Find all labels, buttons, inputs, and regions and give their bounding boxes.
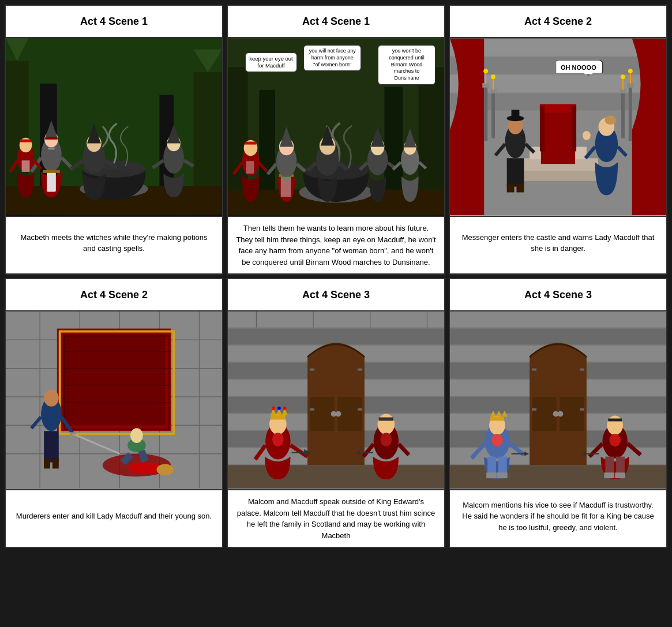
scene-image-r2c2 bbox=[228, 311, 444, 490]
cell-caption-r2c1: Murderers enter and kill Lady Macduff an… bbox=[6, 490, 222, 542]
svg-point-156 bbox=[157, 464, 174, 475]
svg-rect-134 bbox=[63, 334, 166, 425]
svg-point-190 bbox=[283, 407, 287, 410]
svg-point-121 bbox=[583, 131, 591, 140]
cell-r1c2: Act 4 Scene 1 bbox=[227, 5, 445, 275]
svg-point-98 bbox=[491, 74, 495, 79]
svg-rect-174 bbox=[337, 397, 361, 431]
cell-caption-r2c2: Malcom and Macduff speak outside of King… bbox=[228, 490, 444, 547]
cell-r2c3: Act 4 Scene 3 bbox=[449, 278, 667, 548]
svg-point-106 bbox=[621, 74, 625, 79]
svg-rect-97 bbox=[493, 78, 494, 90]
svg-rect-101 bbox=[630, 73, 631, 84]
svg-rect-221 bbox=[532, 408, 536, 411]
svg-point-152 bbox=[130, 428, 143, 443]
svg-rect-181 bbox=[228, 465, 444, 487]
speech-bubble-3: you won't be conquered until Birnam Wood… bbox=[378, 45, 436, 84]
speech-bubble-1: keep your eye out for Macduff bbox=[245, 52, 297, 73]
svg-rect-93 bbox=[485, 73, 486, 84]
scene-image-r1c3: OH NOOOO bbox=[450, 38, 666, 217]
svg-point-94 bbox=[483, 69, 488, 73]
svg-rect-113 bbox=[507, 158, 524, 186]
svg-rect-38 bbox=[22, 160, 30, 172]
scene-image-r2c1 bbox=[6, 311, 222, 490]
svg-rect-103 bbox=[621, 90, 625, 138]
svg-rect-224 bbox=[450, 465, 666, 487]
cell-title-r1c3: Act 4 Scene 2 bbox=[450, 6, 666, 38]
cell-title-r2c3: Act 4 Scene 3 bbox=[450, 279, 666, 311]
svg-rect-58 bbox=[281, 177, 291, 197]
svg-rect-22 bbox=[46, 137, 57, 140]
svg-rect-149 bbox=[44, 459, 50, 469]
svg-rect-216 bbox=[532, 397, 556, 431]
cell-r1c1: Act 4 Scene 1 bbox=[5, 5, 223, 275]
svg-rect-87 bbox=[541, 107, 575, 164]
cell-r1c3: Act 4 Scene 2 bbox=[449, 5, 667, 275]
svg-rect-178 bbox=[310, 408, 314, 411]
svg-rect-184 bbox=[271, 415, 286, 420]
svg-point-118 bbox=[605, 115, 616, 125]
svg-rect-99 bbox=[629, 84, 632, 141]
svg-rect-91 bbox=[484, 84, 487, 141]
svg-rect-89 bbox=[540, 106, 545, 151]
cell-title-r2c2: Act 4 Scene 3 bbox=[228, 279, 444, 311]
svg-rect-177 bbox=[310, 369, 314, 371]
svg-rect-227 bbox=[490, 417, 504, 421]
svg-rect-197 bbox=[379, 418, 394, 421]
scene-image-r1c1 bbox=[6, 38, 222, 217]
scene-image-r2c3 bbox=[450, 311, 666, 490]
svg-rect-159 bbox=[228, 329, 444, 345]
scene-image-r1c2: keep your eye out for Macduff you will n… bbox=[228, 38, 444, 217]
cell-title-r1c2: Act 4 Scene 1 bbox=[228, 6, 444, 38]
svg-rect-56 bbox=[246, 161, 254, 174]
svg-point-143 bbox=[44, 389, 59, 407]
svg-rect-173 bbox=[310, 397, 334, 431]
svg-rect-237 bbox=[497, 472, 508, 478]
storyboard-grid: Act 4 Scene 1 bbox=[5, 5, 667, 548]
cell-caption-r1c1: Macbeth meets the witches while they're … bbox=[6, 217, 222, 269]
svg-rect-246 bbox=[604, 472, 614, 478]
svg-rect-90 bbox=[572, 106, 576, 151]
svg-rect-180 bbox=[358, 408, 362, 411]
svg-point-176 bbox=[336, 411, 341, 417]
svg-rect-114 bbox=[507, 184, 515, 193]
svg-rect-223 bbox=[580, 408, 584, 411]
svg-point-188 bbox=[272, 407, 275, 410]
cell-caption-r1c3: Messenger enters the castle and warns La… bbox=[450, 217, 666, 269]
svg-rect-217 bbox=[560, 397, 583, 431]
svg-rect-148 bbox=[44, 431, 59, 462]
svg-rect-222 bbox=[580, 369, 584, 371]
cell-title-r1c1: Act 4 Scene 1 bbox=[6, 6, 222, 38]
svg-point-233 bbox=[491, 434, 503, 446]
svg-point-200 bbox=[380, 433, 392, 446]
svg-rect-105 bbox=[622, 78, 624, 90]
svg-rect-20 bbox=[47, 172, 56, 192]
svg-point-189 bbox=[277, 407, 281, 410]
svg-rect-115 bbox=[516, 184, 524, 193]
svg-rect-95 bbox=[491, 90, 495, 138]
svg-rect-236 bbox=[486, 472, 497, 478]
cell-caption-r1c2: Then tells them he wants to learn more a… bbox=[228, 217, 444, 273]
svg-rect-247 bbox=[615, 472, 625, 478]
svg-rect-21 bbox=[43, 170, 60, 173]
cell-title-r2c1: Act 4 Scene 2 bbox=[6, 279, 222, 311]
svg-rect-53 bbox=[245, 142, 257, 145]
svg-point-196 bbox=[378, 414, 395, 435]
speech-bubble-2: you will not face any harm from anyone "… bbox=[303, 45, 361, 71]
cell-caption-r2c3: Malcom mentions his vice to see if Macdu… bbox=[450, 490, 666, 542]
svg-rect-17 bbox=[48, 147, 55, 149]
svg-point-219 bbox=[558, 411, 564, 417]
svg-rect-110 bbox=[512, 110, 520, 119]
cell-r2c2: Act 4 Scene 3 bbox=[227, 278, 445, 548]
svg-rect-206 bbox=[450, 329, 666, 345]
svg-rect-220 bbox=[532, 369, 536, 371]
svg-rect-158 bbox=[228, 311, 444, 328]
svg-point-193 bbox=[272, 433, 284, 446]
svg-rect-35 bbox=[20, 140, 32, 142]
svg-rect-147 bbox=[70, 432, 77, 434]
svg-rect-179 bbox=[358, 369, 362, 371]
svg-point-243 bbox=[609, 434, 621, 446]
svg-rect-240 bbox=[608, 419, 622, 422]
svg-rect-150 bbox=[52, 459, 59, 469]
svg-rect-205 bbox=[450, 311, 666, 328]
